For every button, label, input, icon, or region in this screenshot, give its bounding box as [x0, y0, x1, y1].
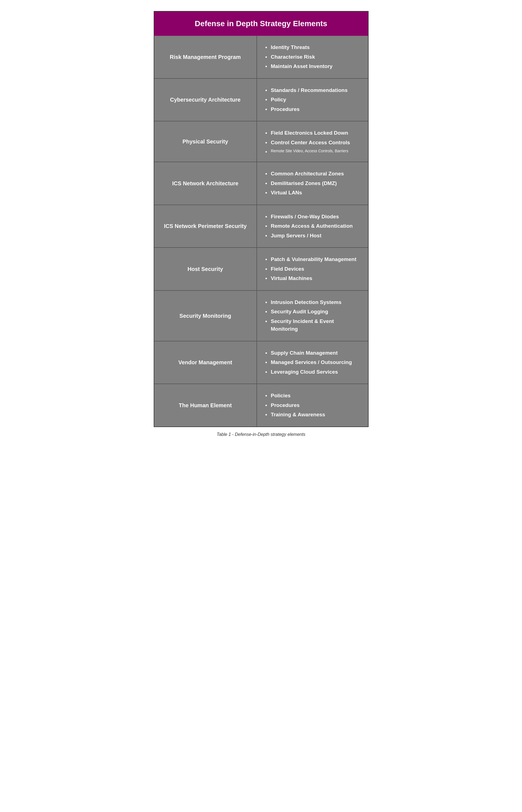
- cell-label-risk-management: Risk Management Program: [154, 36, 257, 79]
- bullet-list-security-monitoring: Intrusion Detection SystemsSecurity Audi…: [265, 298, 360, 333]
- row-label-physical-security: Physical Security: [182, 139, 228, 145]
- row-label-ics-network-architecture: ICS Network Architecture: [172, 180, 238, 186]
- row-label-security-monitoring: Security Monitoring: [179, 313, 231, 319]
- bullet-item: Remote Access & Authentication: [265, 222, 360, 230]
- bullet-item: Identity Threats: [265, 43, 360, 51]
- row-label-human-element: The Human Element: [179, 402, 232, 408]
- bullet-list-physical-security: Field Electronics Locked DownControl Cen…: [265, 129, 360, 154]
- bullet-item: Security Incident & Event Monitoring: [265, 317, 360, 333]
- table-row: Cybersecurity ArchitectureStandards / Re…: [154, 79, 368, 121]
- bullet-list-cybersecurity-architecture: Standards / RecommendationsPolicyProcedu…: [265, 86, 360, 113]
- cell-bullets-ics-network-perimeter: Firewalls / One-Way DiodesRemote Access …: [257, 205, 368, 248]
- cell-label-host-security: Host Security: [154, 248, 257, 291]
- bullet-item: Jump Servers / Host: [265, 232, 360, 240]
- bullet-item: Policy: [265, 96, 360, 104]
- cell-label-ics-network-perimeter: ICS Network Perimeter Security: [154, 205, 257, 248]
- table-container: Defense in Depth Strategy Elements Risk …: [154, 11, 368, 427]
- row-label-host-security: Host Security: [187, 266, 223, 272]
- cell-label-cybersecurity-architecture: Cybersecurity Architecture: [154, 79, 257, 121]
- bullet-item: Firewalls / One-Way Diodes: [265, 213, 360, 221]
- bullet-item: Characterise Risk: [265, 53, 360, 61]
- bullet-list-risk-management: Identity ThreatsCharacterise RiskMaintai…: [265, 43, 360, 70]
- page-wrapper: Defense in Depth Strategy Elements Risk …: [154, 11, 368, 442]
- bullet-item: Virtual Machines: [265, 274, 360, 283]
- cell-bullets-risk-management: Identity ThreatsCharacterise RiskMaintai…: [257, 36, 368, 79]
- cell-bullets-cybersecurity-architecture: Standards / RecommendationsPolicyProcedu…: [257, 79, 368, 121]
- row-label-cybersecurity-architecture: Cybersecurity Architecture: [170, 97, 240, 103]
- bullet-list-host-security: Patch & Vulnerability ManagementField De…: [265, 255, 360, 283]
- bullet-item: Procedures: [265, 401, 360, 410]
- bullet-item: Security Audit Logging: [265, 308, 360, 316]
- bullet-item: Remote Site Video, Access Controls, Barr…: [265, 148, 360, 154]
- table-row: ICS Network Perimeter SecurityFirewalls …: [154, 205, 368, 248]
- table-row: Security MonitoringIntrusion Detection S…: [154, 291, 368, 341]
- table-row: Risk Management ProgramIdentity ThreatsC…: [154, 36, 368, 79]
- bullet-item: Common Architectural Zones: [265, 170, 360, 178]
- bullet-item: Patch & Vulnerability Management: [265, 255, 360, 264]
- cell-bullets-security-monitoring: Intrusion Detection SystemsSecurity Audi…: [257, 291, 368, 341]
- table-title: Defense in Depth Strategy Elements: [195, 19, 327, 28]
- table-row: Physical SecurityField Electronics Locke…: [154, 121, 368, 162]
- bullet-item: Demilitarised Zones (DMZ): [265, 180, 360, 188]
- cell-label-ics-network-architecture: ICS Network Architecture: [154, 162, 257, 205]
- bullet-item: Control Center Access Controls: [265, 139, 360, 147]
- bullet-item: Policies: [265, 392, 360, 400]
- main-table: Risk Management ProgramIdentity ThreatsC…: [154, 36, 368, 426]
- table-row: The Human ElementPoliciesProceduresTrain…: [154, 384, 368, 426]
- cell-bullets-human-element: PoliciesProceduresTraining & Awareness: [257, 384, 368, 426]
- cell-label-human-element: The Human Element: [154, 384, 257, 426]
- bullet-list-vendor-management: Supply Chain ManagementManaged Services …: [265, 349, 360, 376]
- bullet-item: Intrusion Detection Systems: [265, 298, 360, 307]
- cell-label-vendor-management: Vendor Management: [154, 341, 257, 384]
- row-label-vendor-management: Vendor Management: [178, 359, 232, 366]
- bullet-list-ics-network-architecture: Common Architectural ZonesDemilitarised …: [265, 170, 360, 197]
- cell-bullets-host-security: Patch & Vulnerability ManagementField De…: [257, 248, 368, 291]
- bullet-item: Training & Awareness: [265, 411, 360, 419]
- row-label-ics-network-perimeter: ICS Network Perimeter Security: [164, 223, 246, 229]
- bullet-item: Standards / Recommendations: [265, 86, 360, 95]
- bullet-item: Procedures: [265, 105, 360, 113]
- table-caption: Table 1 - Defense-in-Depth strategy elem…: [154, 427, 368, 442]
- table-row: ICS Network ArchitectureCommon Architect…: [154, 162, 368, 205]
- bullet-item: Field Devices: [265, 265, 360, 273]
- bullet-item: Virtual LANs: [265, 189, 360, 197]
- cell-label-security-monitoring: Security Monitoring: [154, 291, 257, 341]
- table-row: Vendor ManagementSupply Chain Management…: [154, 341, 368, 384]
- cell-label-physical-security: Physical Security: [154, 121, 257, 162]
- bullet-item: Managed Services / Outsourcing: [265, 358, 360, 367]
- bullet-list-ics-network-perimeter: Firewalls / One-Way DiodesRemote Access …: [265, 213, 360, 240]
- bullet-list-human-element: PoliciesProceduresTraining & Awareness: [265, 392, 360, 419]
- cell-bullets-ics-network-architecture: Common Architectural ZonesDemilitarised …: [257, 162, 368, 205]
- table-row: Host SecurityPatch & Vulnerability Manag…: [154, 248, 368, 291]
- bullet-item: Leveraging Cloud Services: [265, 368, 360, 376]
- cell-bullets-physical-security: Field Electronics Locked DownControl Cen…: [257, 121, 368, 162]
- cell-bullets-vendor-management: Supply Chain ManagementManaged Services …: [257, 341, 368, 384]
- bullet-item: Maintain Asset Inventory: [265, 63, 360, 70]
- table-header: Defense in Depth Strategy Elements: [154, 12, 368, 36]
- bullet-item: Supply Chain Management: [265, 349, 360, 357]
- bullet-item: Field Electronics Locked Down: [265, 129, 360, 137]
- row-label-risk-management: Risk Management Program: [170, 54, 241, 60]
